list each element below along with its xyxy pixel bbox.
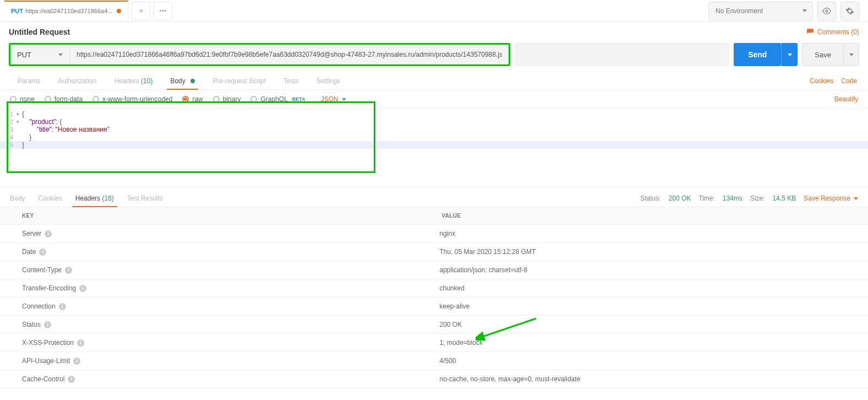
url-extra-box[interactable] (515, 43, 729, 66)
tab-params[interactable]: Params (9, 73, 49, 89)
table-row: Date iThu, 05 Mar 2020 15:12:28 GMT (0, 243, 868, 261)
url-input[interactable] (70, 45, 509, 64)
body-formdata[interactable]: form-data (45, 95, 83, 103)
new-tab-button[interactable]: + (132, 2, 150, 20)
info-icon: i (39, 248, 46, 256)
header-key: Cache-Control i (0, 370, 434, 388)
body-binary[interactable]: binary (213, 95, 241, 103)
info-icon: i (73, 358, 80, 365)
body-raw[interactable]: raw (182, 95, 203, 103)
svg-point-0 (826, 10, 828, 12)
tab-authorization[interactable]: Authorization (49, 73, 105, 89)
environment-label: No Environment (716, 7, 763, 15)
comments-label: Comments (0) (817, 28, 859, 36)
eye-icon (822, 7, 831, 15)
header-key: Date i (0, 243, 434, 261)
header-key: Content-Type i (0, 261, 434, 279)
beautify-button[interactable]: Beautify (834, 95, 858, 103)
save-response-button[interactable]: Save Response (804, 194, 858, 202)
tab-method: PUT (11, 8, 23, 14)
info-icon: i (59, 303, 66, 310)
resp-tab-body[interactable]: Body (3, 190, 31, 207)
save-split-button[interactable] (844, 43, 859, 66)
radio-selected-icon (182, 96, 189, 102)
tab-options-button[interactable] (154, 2, 172, 20)
info-icon: i (79, 285, 86, 292)
header-value: nginx (434, 225, 869, 242)
body-format-select[interactable]: JSON (321, 95, 346, 103)
code-link[interactable]: Code (841, 77, 857, 85)
method-select-value: PUT (17, 51, 31, 59)
col-value: VALUE (434, 207, 469, 224)
body-indicator-dot-icon (190, 79, 195, 83)
top-bar: PUT https://ea0247110ed371866a4... + No … (0, 0, 868, 22)
tab-body[interactable]: Body (161, 73, 204, 89)
send-button[interactable]: Send (734, 43, 781, 66)
tab-headers[interactable]: Headers (10) (105, 73, 161, 89)
header-key: Transfer-Encoding i (0, 279, 434, 297)
table-row: Server inginx (0, 225, 868, 243)
tab-title: https://ea0247110ed371866a4... (25, 8, 112, 14)
cookies-link[interactable]: Cookies (810, 77, 833, 85)
response-section: Body Cookies Headers (16) Test Results S… (0, 186, 868, 388)
header-value: application/json; charset=utf-8 (434, 261, 869, 279)
info-icon: i (77, 339, 84, 347)
headers-table-header: KEY VALUE (0, 207, 868, 225)
header-value: no-cache, no-store, max-age=0, must-reva… (434, 370, 869, 388)
time-label: Time: (698, 194, 715, 202)
header-value: keep-alive (434, 298, 869, 315)
tab-tests[interactable]: Tests (275, 73, 308, 89)
header-key: Status i (0, 316, 434, 333)
comment-icon (806, 28, 814, 36)
table-row: Content-Type iapplication/json; charset=… (0, 261, 868, 279)
header-value: 4/500 (434, 352, 869, 370)
resp-tab-cookies[interactable]: Cookies (31, 190, 68, 207)
environment-select[interactable]: No Environment (708, 2, 813, 20)
header-key: X-XSS-Protection i (0, 334, 434, 352)
body-editor[interactable]: 1▾{ 2▾ "product": { 3 "title": "Новое на… (0, 109, 868, 149)
header-value: chunked (434, 279, 869, 297)
resp-tab-headers[interactable]: Headers (16) (69, 190, 121, 207)
send-split-button[interactable] (781, 43, 798, 66)
size-value: 14.5 KB (773, 194, 796, 202)
status-label: Status: (640, 194, 660, 202)
table-row: Transfer-Encoding ichunked (0, 279, 868, 298)
header-value: Thu, 05 Mar 2020 15:12:28 GMT (434, 243, 869, 261)
request-tabs: Params Authorization Headers (10) Body P… (0, 71, 868, 90)
table-row: API-Usage-Limit i4/500 (0, 352, 868, 370)
response-tabs: Body Cookies Headers (16) Test Results S… (0, 187, 868, 207)
header-value: 200 OK (434, 316, 869, 333)
status-value: 200 OK (669, 194, 691, 202)
resp-tab-testresults[interactable]: Test Results (121, 190, 170, 207)
tab-prerequest[interactable]: Pre-request Script (204, 73, 275, 89)
body-none[interactable]: none (10, 95, 35, 103)
gear-icon (845, 7, 854, 15)
info-icon: i (68, 376, 75, 383)
body-xwww[interactable]: x-www-form-urlencoded (92, 95, 172, 103)
header-key: Connection i (0, 298, 434, 315)
info-icon: i (65, 267, 72, 274)
resp-headers-label: Headers (75, 194, 100, 202)
table-row: Cache-Control ino-cache, no-store, max-a… (0, 370, 868, 388)
url-row: PUT Send Save (0, 43, 868, 71)
col-key: KEY (0, 207, 434, 224)
tab-body-label: Body (170, 77, 185, 85)
method-select[interactable]: PUT (10, 45, 70, 64)
time-value: 134ms (723, 194, 743, 202)
header-key: API-Usage-Limit i (0, 352, 434, 370)
title-row: Untitled Request Comments (0) (0, 22, 868, 43)
save-button[interactable]: Save (802, 43, 844, 66)
request-title[interactable]: Untitled Request (9, 28, 70, 36)
request-tab[interactable]: PUT https://ea0247110ed371866a4... (4, 1, 128, 21)
comments-link[interactable]: Comments (0) (806, 28, 859, 36)
resp-headers-count: (16) (102, 194, 113, 202)
body-type-row: none form-data x-www-form-urlencoded raw… (0, 90, 868, 109)
settings-button[interactable] (840, 2, 859, 20)
environment-preview-button[interactable] (817, 2, 836, 20)
info-icon: i (45, 230, 52, 237)
tab-settings[interactable]: Settings (308, 73, 349, 89)
body-graphql[interactable]: GraphQLBETA (250, 95, 305, 103)
table-row: X-XSS-Protection i1; mode=block (0, 334, 868, 352)
tab-headers-count: (10) (141, 77, 152, 85)
header-value: 1; mode=block (434, 334, 869, 352)
